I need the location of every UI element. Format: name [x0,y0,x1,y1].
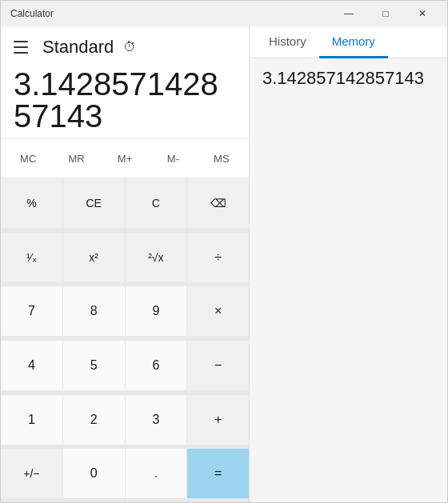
titlebar: Calculator — □ ✕ [1,1,447,26]
button-_[interactable]: × [187,286,249,336]
minimize-button[interactable]: — [330,1,367,26]
button-___[interactable]: ¹⁄ₓ [1,233,62,282]
maximize-button[interactable]: □ [367,1,404,26]
mc-button[interactable]: MC [4,144,52,173]
button-6[interactable]: 6 [126,341,187,390]
close-button[interactable]: ✕ [404,1,441,26]
button-x_[interactable]: x² [63,233,125,282]
menu-button[interactable] [10,34,36,60]
button-___[interactable]: +/− [1,449,62,498]
button-2[interactable]: 2 [63,395,125,445]
button-C[interactable]: C [126,178,187,228]
button-9[interactable]: 9 [126,286,187,336]
hamburger-line2 [14,46,28,48]
ms-button[interactable]: MS [198,144,246,173]
calculator-panel: Standard ⏱ 3.142857142857143 MC MR M+ M-… [1,26,249,502]
calculator-window: Calculator — □ ✕ Standard ⏱ 3.1428571428… [0,0,448,503]
mode-title: Standard [42,37,114,58]
window-title: Calculator [10,8,54,19]
right-panel: History Memory 3.142857142857143 [249,26,447,502]
button-_[interactable]: . [126,449,187,498]
m-plus-button[interactable]: M+ [101,144,149,173]
display-value: 3.142857142857143 [14,68,236,132]
button-8[interactable]: 8 [63,286,125,336]
window-controls: — □ ✕ [330,1,441,26]
button-_[interactable]: + [187,395,249,445]
memory-item: 3.142857142857143 [262,68,434,89]
button-4[interactable]: 4 [1,341,62,390]
button-_[interactable]: − [187,341,249,390]
tabs-bar: History Memory [250,26,447,58]
calc-buttons: %CEC⌫¹⁄ₓx²²√x÷789×456−123++/−0.= [1,178,249,502]
hamburger-line3 [14,52,28,54]
button-CE[interactable]: CE [63,178,125,228]
mr-button[interactable]: MR [52,144,100,173]
m-minus-button[interactable]: M- [149,144,197,173]
memory-bar: MC MR M+ M- MS [1,138,249,178]
history-icon[interactable]: ⏱ [123,40,136,54]
button-7[interactable]: 7 [1,286,62,336]
tab-memory[interactable]: Memory [319,26,388,58]
display-area: 3.142857142857143 [1,68,249,138]
button-_[interactable]: ÷ [187,233,249,282]
button-0[interactable]: 0 [63,449,125,498]
hamburger-line1 [14,41,28,42]
tab-history[interactable]: History [256,26,319,58]
button-_[interactable]: % [1,178,62,228]
button-3[interactable]: 3 [126,395,187,445]
button-5[interactable]: 5 [63,341,125,390]
app-header: Standard ⏱ [1,26,249,68]
button-__x[interactable]: ²√x [126,233,187,282]
memory-content: 3.142857142857143 [250,58,447,502]
button-_[interactable]: ⌫ [187,178,249,228]
button-1[interactable]: 1 [1,395,62,445]
main-area: Standard ⏱ 3.142857142857143 MC MR M+ M-… [1,26,447,502]
button-_[interactable]: = [187,449,249,498]
